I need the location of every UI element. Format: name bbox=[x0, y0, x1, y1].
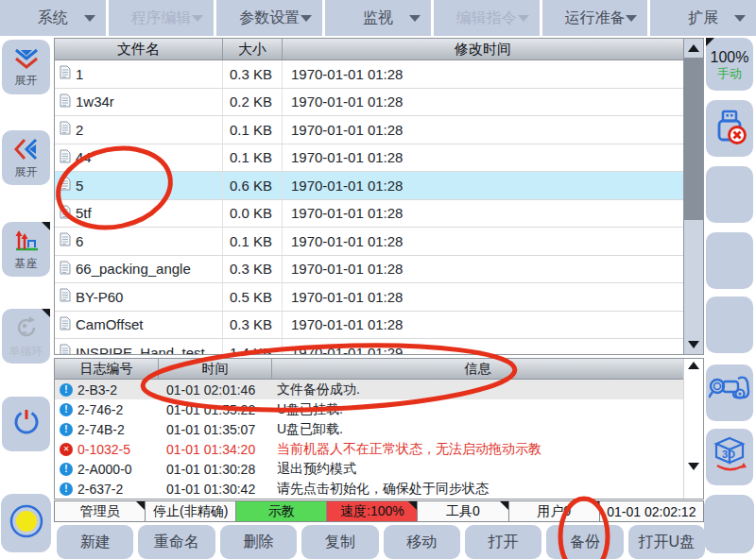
action-button[interactable]: 打开U盘 bbox=[628, 525, 705, 559]
file-name-cell: 5 bbox=[55, 172, 223, 199]
log-scroll-up-button[interactable] bbox=[684, 362, 703, 369]
document-icon bbox=[60, 205, 71, 222]
user-frame-label: 用户0 bbox=[537, 503, 571, 520]
base-frame-label: 基座 bbox=[15, 258, 38, 269]
menu-item[interactable]: 系统 bbox=[0, 0, 106, 36]
log-id-cell: 2-A000-0 bbox=[55, 462, 159, 477]
file-name-cell: 66_packing_angle bbox=[55, 256, 223, 283]
toolbar-blank-button-2[interactable] bbox=[706, 232, 753, 289]
speed-box[interactable]: 速度:100% bbox=[326, 500, 418, 522]
log-message-cell: 请先点击初始化，确保处于同步状态 bbox=[272, 481, 683, 498]
menu-item-label: 编辑指令 bbox=[456, 8, 517, 28]
toolbar-blank-button-3[interactable] bbox=[706, 296, 753, 353]
tool-frame-label: 工具0 bbox=[446, 503, 480, 520]
file-row[interactable]: 2 0.1 KB 1970-01-01 01:28 bbox=[55, 116, 683, 144]
log-time-cell: 01-01 02:01:46 bbox=[159, 382, 272, 398]
file-row[interactable]: CamOffset 0.3 KB 1970-01-01 01:28 bbox=[55, 312, 683, 340]
user-level-box[interactable]: 管理员 bbox=[54, 500, 146, 522]
user-frame-box[interactable]: 用户0 bbox=[508, 500, 600, 522]
log-level-icon bbox=[60, 423, 73, 436]
log-rows: 2-B3-2 01-01 02:01:46 文件备份成功. 2-746-2 01… bbox=[55, 380, 683, 499]
scroll-thumb[interactable] bbox=[684, 58, 703, 220]
column-header-log-msg[interactable]: 信息 bbox=[272, 359, 683, 379]
file-table: 文件名 大小 修改时间 bbox=[54, 38, 704, 355]
action-button[interactable]: 删除 bbox=[220, 525, 297, 559]
corner-marker bbox=[42, 309, 50, 317]
log-id-cell: 0-1032-5 bbox=[55, 442, 159, 457]
file-mtime-cell: 1970-01-01 01:28 bbox=[283, 283, 683, 311]
expand-down-button[interactable]: 展开 bbox=[2, 40, 50, 94]
log-scroll-down-button[interactable] bbox=[684, 463, 703, 470]
action-button[interactable]: 移动 bbox=[384, 525, 460, 559]
file-row[interactable]: 5tf 0.0 KB 1970-01-01 01:28 bbox=[55, 200, 683, 229]
file-row[interactable]: BY-P60 0.5 KB 1970-01-01 01:28 bbox=[55, 283, 683, 312]
file-size-cell: 0.6 KB bbox=[223, 172, 283, 199]
tool-frame-box[interactable]: 工具0 bbox=[417, 500, 508, 522]
servo-status-button[interactable] bbox=[1, 494, 51, 552]
column-header-size[interactable]: 大小 bbox=[223, 39, 283, 59]
teach-mode-box: 示教 bbox=[235, 500, 327, 522]
chevron-down-icon bbox=[518, 15, 529, 22]
file-name-cell: 5tf bbox=[55, 200, 223, 228]
file-name-cell: 2 bbox=[55, 116, 223, 144]
menu-item[interactable]: 运行准备 bbox=[542, 0, 648, 36]
log-row[interactable]: 2-746-2 01-01 01:55:22 U盘已挂载. bbox=[55, 399, 683, 419]
triangle-down-icon bbox=[688, 463, 699, 470]
file-size-cell: 0.1 KB bbox=[223, 228, 283, 255]
datetime-label: 01-01 02:02:12 bbox=[607, 504, 696, 519]
file-row[interactable]: 1 0.3 KB 1970-01-01 01:28 bbox=[55, 60, 683, 89]
log-row[interactable]: 2-A000-0 01-01 01:30:28 退出预约模式 bbox=[55, 459, 683, 479]
menu-item[interactable]: 参数设置 bbox=[216, 0, 322, 36]
file-row[interactable]: 44 0.1 KB 1970-01-01 01:28 bbox=[55, 144, 683, 173]
power-button[interactable] bbox=[2, 397, 50, 451]
log-row[interactable]: 2-74B-2 01-01 01:35:07 U盘已卸载. bbox=[55, 419, 683, 439]
file-row[interactable]: 6 0.1 KB 1970-01-01 01:28 bbox=[55, 228, 683, 256]
action-button[interactable]: 重命名 bbox=[138, 525, 215, 559]
log-id-cell: 2-B3-2 bbox=[55, 382, 159, 398]
toolbar-blank-button-1[interactable] bbox=[706, 166, 753, 223]
scroll-up-button[interactable] bbox=[684, 39, 703, 58]
log-row[interactable]: 2-637-2 01-01 01:30:42 请先点击初始化，确保处于同步状态 bbox=[55, 479, 683, 499]
log-level-icon bbox=[60, 463, 73, 476]
log-row[interactable]: 0-1032-5 01-01 01:34:20 当前机器人不在正常状态，无法启动… bbox=[55, 439, 683, 459]
log-id-cell: 2-74B-2 bbox=[55, 422, 159, 437]
view-3d-button[interactable]: 3D bbox=[706, 429, 753, 485]
action-button[interactable]: 新建 bbox=[57, 525, 133, 559]
scroll-down-button[interactable] bbox=[684, 335, 703, 354]
column-header-log-id[interactable]: 日志编号 bbox=[55, 359, 159, 379]
column-header-log-time[interactable]: 时间 bbox=[159, 359, 272, 379]
chevron-down-icon bbox=[626, 15, 637, 22]
file-row[interactable]: INSPIRE_Hand_test 1.4 KB 1970-01-01 01:2… bbox=[55, 339, 683, 354]
log-time-cell: 01-01 01:35:07 bbox=[159, 422, 272, 437]
triangle-up-icon bbox=[688, 44, 699, 52]
menu-item-label: 程序编辑 bbox=[131, 8, 192, 28]
action-button[interactable]: 备份 bbox=[546, 525, 623, 559]
file-name-cell: CamOffset bbox=[55, 312, 223, 339]
file-name-cell: 44 bbox=[55, 144, 223, 172]
toolbar-blank-button-4[interactable] bbox=[704, 495, 754, 553]
speed-label: 速度:100% bbox=[340, 503, 404, 520]
file-mtime-cell: 1970-01-01 01:28 bbox=[283, 116, 683, 144]
log-row[interactable]: 2-B3-2 01-01 02:01:46 文件备份成功. bbox=[55, 380, 683, 399]
action-button[interactable]: 打开 bbox=[465, 525, 541, 559]
file-mtime-cell: 1970-01-01 01:28 bbox=[283, 172, 683, 199]
menu-item[interactable]: 扩展 bbox=[650, 0, 756, 36]
drag-teach-button[interactable] bbox=[706, 364, 753, 421]
file-row[interactable]: 5 0.6 KB 1970-01-01 01:28 bbox=[55, 172, 683, 200]
usb-eject-button[interactable] bbox=[706, 100, 753, 157]
file-name-cell: 1 bbox=[55, 60, 223, 88]
file-row[interactable]: 66_packing_angle 0.3 KB 1970-01-01 01:28 bbox=[55, 256, 683, 284]
column-header-filename[interactable]: 文件名 bbox=[55, 39, 223, 59]
menu-item-label: 监视 bbox=[363, 8, 393, 28]
action-button[interactable]: 复制 bbox=[301, 525, 378, 559]
file-size-cell: 0.3 KB bbox=[223, 312, 283, 339]
scroll-track[interactable] bbox=[684, 58, 703, 335]
speed-mode-button[interactable]: 100% 手动 bbox=[706, 38, 753, 91]
expand-left-button[interactable]: 展开 bbox=[2, 130, 50, 185]
file-name-cell: 6 bbox=[55, 228, 223, 255]
document-icon bbox=[60, 232, 71, 249]
column-header-mtime[interactable]: 修改时间 bbox=[283, 39, 683, 59]
base-frame-button[interactable]: 基座 bbox=[2, 222, 50, 277]
file-row[interactable]: 1w34r 0.2 KB 1970-01-01 01:28 bbox=[55, 89, 683, 117]
menu-item[interactable]: 监视 bbox=[325, 0, 431, 36]
